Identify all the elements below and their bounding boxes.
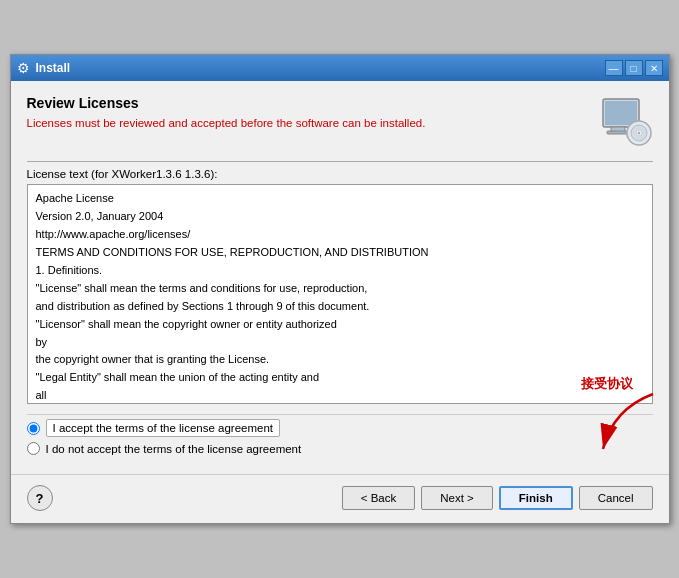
header-subtitle: Licenses must be reviewed and accepted b… <box>27 117 426 129</box>
window-icon: ⚙ <box>17 60 30 76</box>
title-bar-controls: — □ ✕ <box>605 60 663 76</box>
install-window: ⚙ Install — □ ✕ Review Licenses Licenses… <box>10 54 670 524</box>
button-bar-right: < Back Next > Finish Cancel <box>342 486 653 510</box>
license-line-5: "License" shall mean the terms and condi… <box>36 281 644 297</box>
accept-label[interactable]: I accept the terms of the license agreem… <box>46 419 281 437</box>
accept-option[interactable]: I accept the terms of the license agreem… <box>27 419 653 437</box>
license-line-11: all <box>36 388 644 404</box>
main-content: Review Licenses Licenses must be reviewe… <box>11 81 669 474</box>
license-line-8: by <box>36 335 644 351</box>
cd-icon <box>597 95 653 151</box>
next-button[interactable]: Next > <box>421 486 493 510</box>
decline-radio[interactable] <box>27 442 40 455</box>
svg-point-7 <box>637 132 640 135</box>
license-text-box[interactable]: Apache License Version 2.0, January 2004… <box>27 184 653 404</box>
window-title: Install <box>36 61 71 75</box>
header-divider <box>27 161 653 162</box>
license-line-4: 1. Definitions. <box>36 263 644 279</box>
header-text: Review Licenses Licenses must be reviewe… <box>27 95 426 129</box>
page-title: Review Licenses <box>27 95 426 111</box>
license-line-3: TERMS AND CONDITIONS FOR USE, REPRODUCTI… <box>36 245 644 261</box>
minimize-button[interactable]: — <box>605 60 623 76</box>
svg-rect-1 <box>605 101 637 125</box>
decline-option[interactable]: I do not accept the terms of the license… <box>27 442 653 455</box>
help-button[interactable]: ? <box>27 485 53 511</box>
accept-radio[interactable] <box>27 422 40 435</box>
title-bar: ⚙ Install — □ ✕ <box>11 55 669 81</box>
back-button[interactable]: < Back <box>342 486 415 510</box>
title-bar-left: ⚙ Install <box>17 60 71 76</box>
decline-label[interactable]: I do not accept the terms of the license… <box>46 443 302 455</box>
header-section: Review Licenses Licenses must be reviewe… <box>27 95 653 151</box>
license-line-7: "Licensor" shall mean the copyright owne… <box>36 317 644 333</box>
radio-annotation-container: I accept the terms of the license agreem… <box>27 414 653 464</box>
button-bar: ? < Back Next > Finish Cancel <box>11 474 669 523</box>
license-line-10: "Legal Entity" shall mean the union of t… <box>36 370 644 386</box>
finish-button[interactable]: Finish <box>499 486 573 510</box>
license-line-6: and distribution as defined by Sections … <box>36 299 644 315</box>
license-line-0: Apache License <box>36 191 644 207</box>
license-line-2: http://www.apache.org/licenses/ <box>36 227 644 243</box>
license-label: License text (for XWorker1.3.6 1.3.6): <box>27 168 653 180</box>
cancel-button[interactable]: Cancel <box>579 486 653 510</box>
license-line-9: the copyright owner that is granting the… <box>36 352 644 368</box>
svg-rect-3 <box>607 131 629 134</box>
close-button[interactable]: ✕ <box>645 60 663 76</box>
maximize-button[interactable]: □ <box>625 60 643 76</box>
license-line-1: Version 2.0, January 2004 <box>36 209 644 225</box>
radio-section: I accept the terms of the license agreem… <box>27 414 653 464</box>
